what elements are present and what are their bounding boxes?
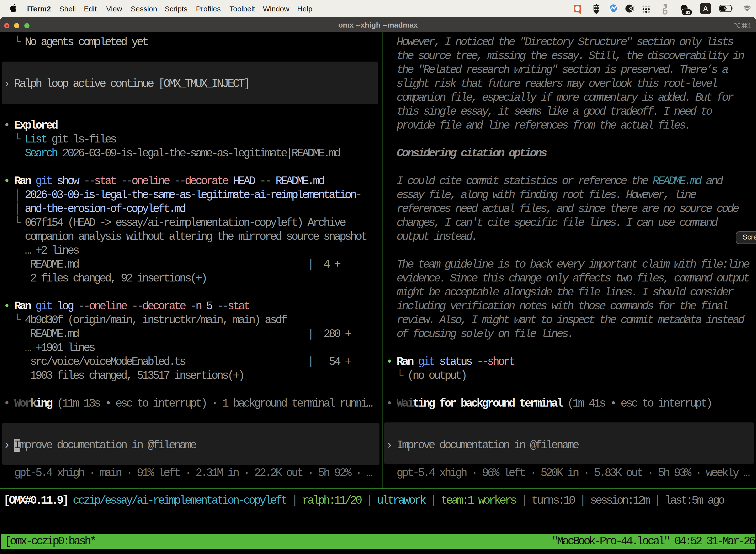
svg-text:..61: ..61 xyxy=(683,10,690,15)
svg-text:1: 1 xyxy=(748,22,751,29)
